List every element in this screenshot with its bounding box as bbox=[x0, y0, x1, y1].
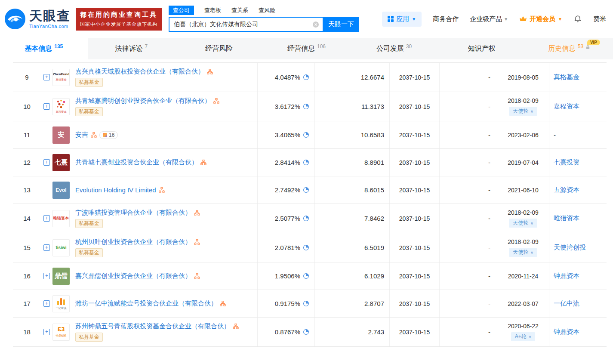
related-fund-link[interactable]: 天使湾创投 bbox=[554, 244, 586, 252]
equity-pie-icon[interactable] bbox=[303, 215, 309, 222]
expand-button[interactable]: + bbox=[43, 103, 50, 110]
equity-pie-icon[interactable] bbox=[303, 273, 309, 279]
equity-pie-icon[interactable] bbox=[303, 244, 309, 251]
share-ratio: 2.0781% bbox=[275, 244, 300, 251]
chevron-down-icon: ∨ bbox=[530, 109, 533, 114]
share-ratio: 2.7492% bbox=[275, 186, 300, 194]
equity-pie-icon[interactable] bbox=[303, 103, 309, 110]
row-index: 10 bbox=[13, 92, 41, 121]
share-ratio: 4.0487% bbox=[275, 74, 300, 81]
tab-history[interactable]: 历史信息53VIP bbox=[525, 38, 613, 59]
tab-operating-info[interactable]: 经营信息106 bbox=[263, 38, 351, 59]
search-tab-risk[interactable]: 查风险 bbox=[259, 6, 275, 14]
expand-button[interactable]: + bbox=[43, 74, 50, 80]
related-fund-link[interactable]: 钟鼎资本 bbox=[554, 272, 579, 280]
shareholder-name-link[interactable]: 宁波唯猎投资管理合伙企业（有限合伙） bbox=[75, 209, 191, 217]
expand-button[interactable]: + bbox=[43, 159, 50, 166]
related-fund-link[interactable]: 一亿中流 bbox=[554, 299, 579, 308]
chevron-down-icon: ▼ bbox=[504, 17, 508, 22]
related-fund-link[interactable]: 真格基金 bbox=[554, 73, 579, 81]
subscribe-date: 2037-10-15 bbox=[389, 149, 439, 176]
equity-pie-icon[interactable] bbox=[303, 132, 309, 138]
shareholder-name-link[interactable]: 苏州钟鼎五号青蓝股权投资基金合伙企业（有限合伙） bbox=[75, 322, 230, 330]
nav-business-cooperation[interactable]: 商务合作 bbox=[433, 15, 459, 23]
equity-structure-icon[interactable] bbox=[194, 210, 200, 216]
expand-button[interactable]: + bbox=[43, 273, 50, 279]
tab-development[interactable]: 公司发展30 bbox=[350, 38, 438, 59]
clear-search-icon[interactable] bbox=[312, 21, 319, 28]
nav-enterprise-products[interactable]: 企业级产品 ▼ bbox=[470, 15, 508, 23]
shareholder-cell: +一亿中流潍坊一亿中流赋能壹号投资合伙企业（有限合伙） bbox=[41, 290, 257, 317]
related-fund-link[interactable]: 七熹投资 bbox=[554, 158, 579, 167]
search-tab-boss[interactable]: 查老板 bbox=[204, 6, 221, 14]
equity-structure-icon[interactable] bbox=[207, 69, 213, 74]
search-tab-relation[interactable]: 查关系 bbox=[231, 6, 248, 14]
company-logo: Evol bbox=[52, 182, 70, 199]
equity-structure-icon[interactable] bbox=[213, 98, 219, 104]
associated-count-badge[interactable]: 16 bbox=[99, 131, 118, 139]
search-input[interactable] bbox=[169, 21, 323, 28]
user-account[interactable]: 费米 bbox=[593, 15, 606, 23]
tab-legal[interactable]: 法律诉讼7 bbox=[88, 38, 176, 59]
notification-bell-icon[interactable] bbox=[573, 15, 582, 23]
funding-round-tag[interactable]: 天使轮∨ bbox=[509, 107, 537, 116]
related-fund-link[interactable]: 唯猎资本 bbox=[554, 214, 579, 222]
equity-pie-icon[interactable] bbox=[303, 187, 309, 193]
share-ratio: 2.5077% bbox=[275, 215, 300, 222]
expand-button[interactable]: + bbox=[43, 244, 50, 251]
shareholder-cell: +嘉程资本共青城嘉腾明创创业投资合伙企业（有限合伙）私募基金 bbox=[41, 92, 257, 121]
tab-basic-info[interactable]: 基本信息135 bbox=[0, 38, 88, 59]
shareholder-name-link[interactable]: 潍坊一亿中流赋能壹号投资合伙企业（有限合伙） bbox=[75, 299, 217, 308]
related-fund-link[interactable]: 五源资本 bbox=[554, 186, 579, 194]
expand-button[interactable]: + bbox=[43, 329, 50, 335]
apps-menu-button[interactable]: 应用 ▼ bbox=[382, 12, 422, 27]
equity-pie-icon[interactable] bbox=[303, 159, 309, 166]
invest-date: 2019-07-04 bbox=[508, 159, 539, 166]
subscribe-date: 2037-10-15 bbox=[389, 92, 439, 121]
shareholder-name-link[interactable]: 嘉兴鼎儒创业投资合伙企业（有限合伙） bbox=[75, 272, 191, 280]
related-fund-link[interactable]: 嘉程资本 bbox=[554, 102, 579, 111]
search-box bbox=[169, 17, 323, 32]
company-logo: tisiwi bbox=[52, 239, 70, 256]
company-logo: ZhenFund真格基金 bbox=[52, 69, 70, 86]
equity-structure-icon[interactable] bbox=[194, 239, 200, 245]
funding-round-tag[interactable]: 天使轮∨ bbox=[509, 248, 537, 257]
shareholder-name-link[interactable]: 安吉 bbox=[75, 131, 88, 139]
tab-ip[interactable]: 知识产权 bbox=[438, 38, 526, 59]
funding-round-tag[interactable]: 天使轮∨ bbox=[509, 219, 537, 228]
equity-structure-icon[interactable] bbox=[194, 273, 200, 279]
related-fund-link[interactable]: 钟鼎资本 bbox=[554, 328, 579, 336]
equity-structure-icon[interactable] bbox=[200, 160, 206, 165]
apps-grid-icon bbox=[388, 16, 394, 22]
open-vip-button[interactable]: 开通会员 ▼ bbox=[519, 15, 562, 23]
company-logo: 安 bbox=[52, 126, 70, 144]
shareholder-name-link[interactable]: 嘉兴真格天域股权投资合伙企业（有限合伙） bbox=[75, 68, 204, 76]
search-button[interactable]: 天眼一下 bbox=[323, 17, 359, 32]
brand-eye-icon bbox=[4, 8, 26, 30]
equity-pie-icon[interactable] bbox=[303, 300, 309, 307]
slogan-line1: 都在用的商业查询工具 bbox=[80, 11, 157, 19]
search-tab-company[interactable]: 查公司 bbox=[169, 6, 194, 15]
subscribed-capital: 11.3173 bbox=[314, 92, 389, 121]
equity-structure-icon[interactable] bbox=[233, 324, 239, 329]
shareholder-name-link[interactable]: 共青城嘉腾明创创业投资合伙企业（有限合伙） bbox=[75, 97, 211, 105]
brand-logo[interactable]: 天眼查 TianYanCha.com bbox=[4, 8, 71, 30]
fund-type-tag: 私募基金 bbox=[75, 219, 103, 228]
row-index: 14 bbox=[13, 204, 41, 233]
paid-capital: - bbox=[439, 290, 497, 317]
equity-structure-icon[interactable] bbox=[159, 187, 165, 193]
expand-button[interactable]: + bbox=[43, 215, 50, 222]
brand-name: 天眼查 bbox=[29, 9, 71, 23]
equity-structure-icon[interactable] bbox=[220, 301, 226, 306]
expand-button[interactable]: + bbox=[43, 300, 50, 307]
equity-pie-icon[interactable] bbox=[303, 329, 309, 335]
equity-structure-icon[interactable] bbox=[91, 132, 97, 138]
subscribe-date: 2037-10-15 bbox=[389, 318, 439, 346]
equity-pie-icon[interactable] bbox=[303, 74, 309, 80]
shareholder-name-link[interactable]: 共青城七熹创业投资合伙企业（有限合伙） bbox=[75, 158, 198, 167]
tab-operating-risk[interactable]: 经营风险 bbox=[175, 38, 263, 59]
shareholder-name-link[interactable]: Evolution Holding IV Limited bbox=[75, 186, 156, 194]
table-row: 14+唯猎资本宁波唯猎投资管理合伙企业（有限合伙）私募基金2.5077%7.84… bbox=[13, 204, 607, 233]
shareholder-name-link[interactable]: 杭州贝叶创业投资合伙企业（有限合伙） bbox=[75, 238, 191, 246]
funding-round-tag[interactable]: A+轮∨ bbox=[511, 332, 536, 341]
